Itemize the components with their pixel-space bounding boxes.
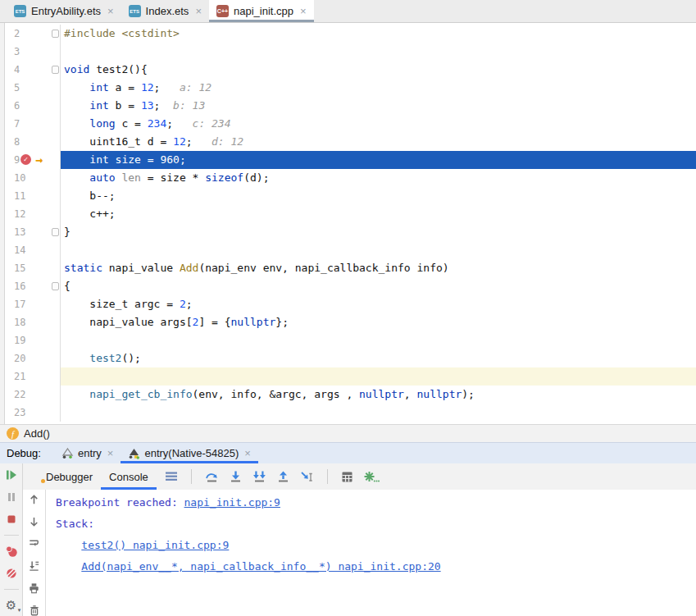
close-icon[interactable]: × <box>107 6 114 16</box>
line-number[interactable]: 7 <box>14 115 20 133</box>
code-line-23[interactable]: 23 <box>0 404 696 422</box>
line-number[interactable]: 14 <box>14 241 25 259</box>
gutter[interactable]: 3 <box>6 43 61 61</box>
code-line-13[interactable]: 13} <box>0 223 696 241</box>
close-icon[interactable]: × <box>300 6 307 16</box>
gutter[interactable]: 14 <box>6 241 61 259</box>
soft-wrap-icon[interactable] <box>28 538 40 549</box>
code-text[interactable]: int b = 13; b: 13 <box>61 97 696 115</box>
line-number[interactable]: 5 <box>14 79 20 97</box>
run-to-cursor-icon[interactable] <box>300 471 314 483</box>
gutter[interactable]: 7 <box>6 115 61 133</box>
line-number[interactable]: 3 <box>14 43 20 61</box>
more-actions-icon[interactable] <box>364 471 380 483</box>
console-link[interactable]: Add(napi_env__*, napi_callback_info__*) … <box>81 560 440 573</box>
fold-marker-icon[interactable] <box>52 30 59 38</box>
code-text[interactable]: void test2(){ <box>61 61 696 79</box>
code-text[interactable] <box>61 367 696 386</box>
gutter[interactable]: 5 <box>6 79 61 97</box>
close-icon[interactable]: × <box>107 448 114 459</box>
gutter[interactable]: 6 <box>6 97 61 115</box>
code-line-14[interactable]: 14 <box>0 241 696 259</box>
line-number[interactable]: 16 <box>14 277 25 295</box>
code-line-19[interactable]: 19 <box>0 331 696 349</box>
code-line-17[interactable]: 17 size_t argc = 2; <box>0 295 696 313</box>
step-over-icon[interactable] <box>205 471 219 483</box>
code-line-12[interactable]: 12 c++; <box>0 205 696 223</box>
gutter[interactable]: 18 <box>6 313 61 331</box>
line-number[interactable]: 12 <box>14 205 25 223</box>
line-number[interactable]: 13 <box>14 223 25 241</box>
line-number[interactable]: 21 <box>14 367 25 386</box>
code-line-22[interactable]: 22 napi_get_cb_info(env, info, &argc, ar… <box>0 386 696 404</box>
scroll-to-end-icon[interactable] <box>28 560 40 572</box>
layout-settings-icon[interactable] <box>165 472 178 481</box>
line-number[interactable]: 20 <box>14 349 25 367</box>
step-into-icon[interactable] <box>230 471 242 483</box>
line-number[interactable]: 19 <box>14 331 25 349</box>
console-link[interactable]: napi_init.cpp:9 <box>184 496 280 509</box>
settings-gear-icon[interactable]: ⚙ <box>6 599 16 611</box>
gutter[interactable]: 8 <box>6 133 61 151</box>
tab-index-ets[interactable]: ETS Index.ets × <box>121 0 209 22</box>
console-link[interactable]: test2() napi_init.cpp:9 <box>81 539 229 551</box>
code-text[interactable]: int size = 960; <box>61 151 696 169</box>
debug-console-output[interactable]: Breakpoint reached: napi_init.cpp:9Stack… <box>46 490 696 616</box>
gutter[interactable]: 16 <box>6 277 61 295</box>
code-text[interactable]: uint16_t d = 12; d: 12 <box>61 133 696 151</box>
line-number[interactable]: 4 <box>14 61 20 79</box>
gutter[interactable]: 17 <box>6 295 61 313</box>
code-text[interactable]: napi_value args[2] = {nullptr}; <box>61 313 696 331</box>
line-number[interactable]: 18 <box>14 313 25 331</box>
code-text[interactable] <box>61 241 696 259</box>
code-text[interactable]: size_t argc = 2; <box>61 295 696 313</box>
tab-entryability-ets[interactable]: ETS EntryAbility.ets × <box>7 0 121 22</box>
code-line-10[interactable]: 10 auto len = size * sizeof(d); <box>0 169 696 187</box>
code-line-21[interactable]: 21 <box>0 367 696 386</box>
code-line-16[interactable]: 16{ <box>0 277 696 295</box>
fold-marker-icon[interactable] <box>52 282 59 290</box>
code-line-8[interactable]: 8 uint16_t d = 12; d: 12 <box>0 133 696 151</box>
code-line-15[interactable]: 15static napi_value Add(napi_env env, na… <box>0 259 696 277</box>
code-line-3[interactable]: 3 <box>0 43 696 61</box>
gutter[interactable]: 11 <box>6 187 61 205</box>
gutter[interactable]: 23 <box>6 404 61 422</box>
mute-breakpoints-button[interactable] <box>5 567 18 580</box>
code-text[interactable] <box>61 404 696 422</box>
close-icon[interactable]: × <box>244 448 251 459</box>
gutter[interactable]: 13 <box>6 223 61 241</box>
line-number[interactable]: 6 <box>14 97 20 115</box>
code-line-7[interactable]: 7 long c = 234; c: 234 <box>0 115 696 133</box>
code-text[interactable]: { <box>61 277 696 295</box>
breadcrumb-function[interactable]: Add() <box>24 427 50 440</box>
code-line-20[interactable]: 20 test2(); <box>0 349 696 367</box>
line-number[interactable]: 17 <box>14 295 25 313</box>
code-text[interactable] <box>61 331 696 349</box>
code-text[interactable]: test2(); <box>61 349 696 367</box>
code-text[interactable]: } <box>61 223 696 241</box>
line-number[interactable]: 2 <box>14 25 20 43</box>
code-line-2[interactable]: 2#include <cstdint> <box>0 25 696 43</box>
tab-console[interactable]: Console <box>101 463 157 490</box>
line-number[interactable]: 15 <box>14 259 25 277</box>
code-line-11[interactable]: 11 b--; <box>0 187 696 205</box>
line-number[interactable]: 22 <box>14 386 25 404</box>
code-line-6[interactable]: 6 int b = 13; b: 13 <box>0 97 696 115</box>
code-text[interactable]: #include <cstdint> <box>61 25 696 43</box>
gutter[interactable]: 2 <box>6 25 61 43</box>
gutter[interactable]: 19 <box>6 331 61 349</box>
line-number[interactable]: 10 <box>14 169 25 187</box>
code-line-9[interactable]: 9✓→ int size = 960; <box>0 151 696 169</box>
step-out-icon[interactable] <box>277 471 289 483</box>
line-number[interactable]: 8 <box>14 133 20 151</box>
line-number[interactable]: 11 <box>14 187 25 205</box>
down-stack-trace-icon[interactable] <box>28 516 40 527</box>
line-number[interactable]: 9 <box>14 151 20 169</box>
gutter[interactable]: 22 <box>6 386 61 404</box>
gutter[interactable]: 21 <box>6 367 61 386</box>
stop-button[interactable] <box>5 513 18 526</box>
view-breakpoints-button[interactable] <box>5 545 18 558</box>
code-text[interactable] <box>61 43 696 61</box>
gutter[interactable]: 20 <box>6 349 61 367</box>
code-line-18[interactable]: 18 napi_value args[2] = {nullptr}; <box>0 313 696 331</box>
